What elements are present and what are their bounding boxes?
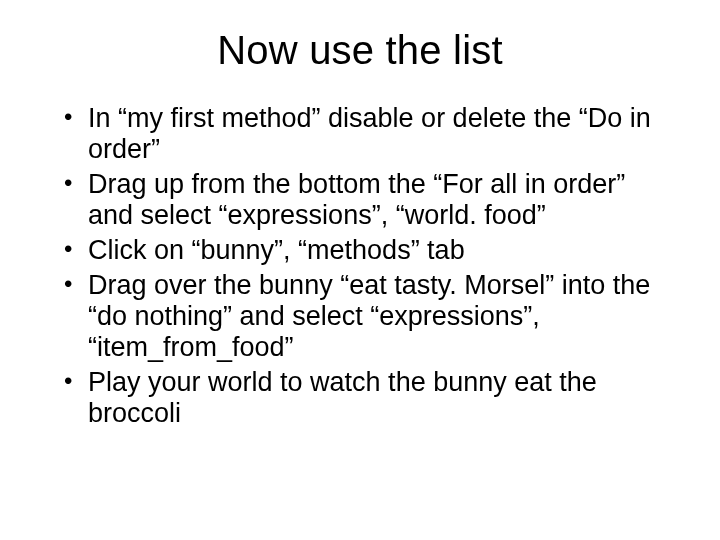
slide-title: Now use the list — [50, 28, 670, 73]
slide: Now use the list In “my first method” di… — [0, 0, 720, 540]
list-item: Drag over the bunny “eat tasty. Morsel” … — [60, 270, 670, 363]
list-item: Play your world to watch the bunny eat t… — [60, 367, 670, 429]
list-item: In “my first method” disable or delete t… — [60, 103, 670, 165]
bullet-list: In “my first method” disable or delete t… — [60, 103, 670, 429]
list-item: Drag up from the bottom the “For all in … — [60, 169, 670, 231]
list-item: Click on “bunny”, “methods” tab — [60, 235, 670, 266]
